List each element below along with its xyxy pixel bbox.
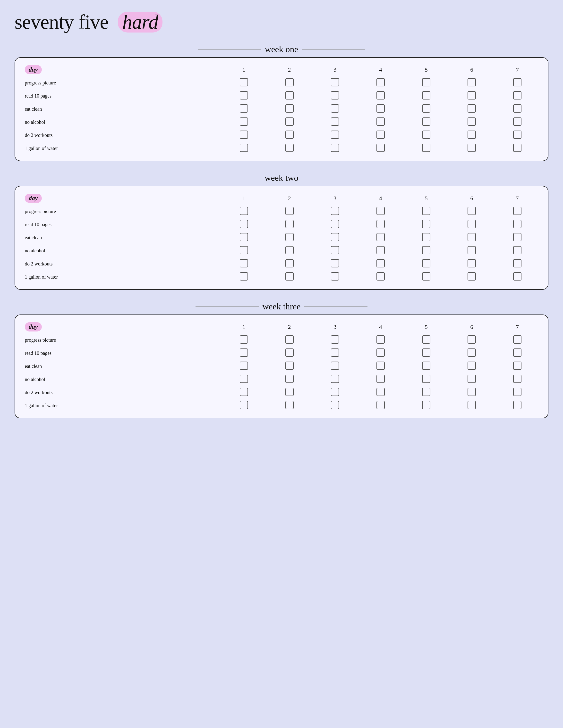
checkbox-cell-row3-day4[interactable]	[358, 244, 404, 257]
checkbox[interactable]	[468, 246, 476, 254]
checkbox[interactable]	[377, 335, 385, 344]
checkbox[interactable]	[468, 272, 476, 281]
checkbox-cell-row0-day4[interactable]	[358, 205, 404, 218]
checkbox-cell-row0-day5[interactable]	[404, 333, 449, 347]
checkbox-cell-row4-day7[interactable]	[495, 129, 540, 142]
checkbox[interactable]	[468, 335, 476, 344]
checkbox-cell-row0-day6[interactable]	[449, 205, 495, 218]
checkbox[interactable]	[331, 375, 339, 383]
checkbox-cell-row4-day2[interactable]	[267, 257, 312, 270]
checkbox-cell-row3-day4[interactable]	[358, 373, 404, 386]
checkbox-cell-row4-day5[interactable]	[404, 257, 449, 270]
checkbox[interactable]	[468, 207, 476, 215]
checkbox-cell-row1-day4[interactable]	[358, 89, 404, 102]
checkbox-cell-row3-day3[interactable]	[312, 116, 358, 129]
checkbox-cell-row1-day6[interactable]	[449, 89, 495, 102]
checkbox[interactable]	[377, 375, 385, 383]
checkbox-cell-row1-day3[interactable]	[312, 347, 358, 360]
checkbox-cell-row4-day5[interactable]	[404, 386, 449, 399]
checkbox[interactable]	[513, 78, 521, 86]
checkbox-cell-row5-day4[interactable]	[358, 142, 404, 155]
checkbox[interactable]	[240, 362, 248, 370]
checkbox[interactable]	[240, 131, 248, 139]
checkbox-cell-row4-day2[interactable]	[267, 386, 312, 399]
checkbox[interactable]	[331, 272, 339, 281]
checkbox-cell-row0-day5[interactable]	[404, 205, 449, 218]
checkbox-cell-row2-day3[interactable]	[312, 102, 358, 116]
checkbox-cell-row1-day3[interactable]	[312, 218, 358, 231]
checkbox[interactable]	[331, 362, 339, 370]
checkbox[interactable]	[240, 246, 248, 254]
checkbox-cell-row1-day7[interactable]	[495, 89, 540, 102]
checkbox-cell-row0-day1[interactable]	[221, 333, 267, 347]
checkbox[interactable]	[422, 388, 430, 396]
checkbox-cell-row1-day4[interactable]	[358, 347, 404, 360]
checkbox[interactable]	[286, 272, 294, 281]
checkbox-cell-row5-day5[interactable]	[404, 142, 449, 155]
checkbox[interactable]	[422, 246, 430, 254]
checkbox-cell-row2-day1[interactable]	[221, 102, 267, 116]
checkbox-cell-row3-day7[interactable]	[495, 244, 540, 257]
checkbox[interactable]	[331, 117, 339, 126]
checkbox[interactable]	[286, 117, 294, 126]
checkbox[interactable]	[240, 104, 248, 113]
checkbox[interactable]	[422, 401, 430, 409]
checkbox-cell-row4-day3[interactable]	[312, 257, 358, 270]
checkbox[interactable]	[331, 259, 339, 267]
checkbox[interactable]	[513, 362, 521, 370]
checkbox[interactable]	[286, 335, 294, 344]
checkbox-cell-row5-day1[interactable]	[221, 399, 267, 412]
checkbox[interactable]	[468, 401, 476, 409]
checkbox[interactable]	[468, 91, 476, 99]
checkbox[interactable]	[331, 104, 339, 113]
checkbox-cell-row0-day7[interactable]	[495, 205, 540, 218]
checkbox[interactable]	[331, 78, 339, 86]
checkbox[interactable]	[468, 362, 476, 370]
checkbox[interactable]	[422, 117, 430, 126]
checkbox[interactable]	[468, 144, 476, 152]
checkbox[interactable]	[468, 375, 476, 383]
checkbox[interactable]	[286, 375, 294, 383]
checkbox[interactable]	[286, 104, 294, 113]
checkbox[interactable]	[513, 375, 521, 383]
checkbox[interactable]	[286, 259, 294, 267]
checkbox-cell-row5-day1[interactable]	[221, 142, 267, 155]
checkbox[interactable]	[331, 91, 339, 99]
checkbox[interactable]	[331, 131, 339, 139]
checkbox[interactable]	[377, 144, 385, 152]
checkbox-cell-row1-day2[interactable]	[267, 89, 312, 102]
checkbox[interactable]	[240, 259, 248, 267]
checkbox-cell-row4-day3[interactable]	[312, 386, 358, 399]
checkbox-cell-row0-day4[interactable]	[358, 76, 404, 89]
checkbox-cell-row5-day3[interactable]	[312, 270, 358, 283]
checkbox[interactable]	[513, 259, 521, 267]
checkbox-cell-row3-day1[interactable]	[221, 116, 267, 129]
checkbox[interactable]	[377, 388, 385, 396]
checkbox[interactable]	[468, 220, 476, 228]
checkbox-cell-row4-day2[interactable]	[267, 129, 312, 142]
checkbox-cell-row2-day2[interactable]	[267, 231, 312, 244]
checkbox-cell-row3-day2[interactable]	[267, 244, 312, 257]
checkbox-cell-row3-day6[interactable]	[449, 244, 495, 257]
checkbox[interactable]	[422, 220, 430, 228]
checkbox[interactable]	[240, 375, 248, 383]
checkbox-cell-row4-day4[interactable]	[358, 129, 404, 142]
checkbox-cell-row3-day6[interactable]	[449, 373, 495, 386]
checkbox-cell-row2-day2[interactable]	[267, 102, 312, 116]
checkbox[interactable]	[377, 91, 385, 99]
checkbox-cell-row3-day5[interactable]	[404, 244, 449, 257]
checkbox-cell-row1-day6[interactable]	[449, 218, 495, 231]
checkbox[interactable]	[240, 388, 248, 396]
checkbox-cell-row5-day3[interactable]	[312, 399, 358, 412]
checkbox-cell-row1-day2[interactable]	[267, 347, 312, 360]
checkbox[interactable]	[513, 401, 521, 409]
checkbox-cell-row5-day1[interactable]	[221, 270, 267, 283]
checkbox-cell-row2-day4[interactable]	[358, 231, 404, 244]
checkbox[interactable]	[422, 91, 430, 99]
checkbox-cell-row0-day4[interactable]	[358, 333, 404, 347]
checkbox-cell-row4-day7[interactable]	[495, 386, 540, 399]
checkbox[interactable]	[377, 117, 385, 126]
checkbox[interactable]	[422, 233, 430, 241]
checkbox[interactable]	[513, 117, 521, 126]
checkbox-cell-row2-day1[interactable]	[221, 360, 267, 373]
